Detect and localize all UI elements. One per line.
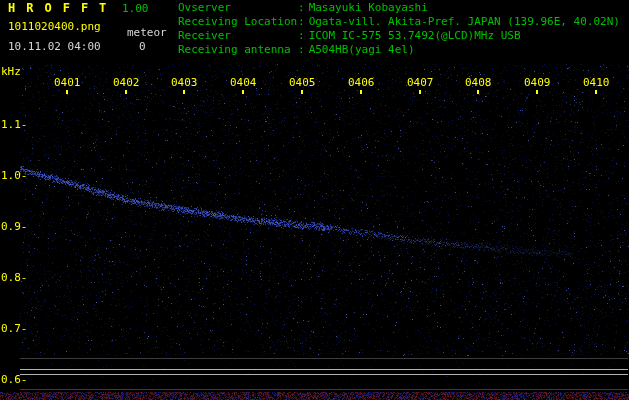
time-tick-label: 0405 xyxy=(289,77,316,89)
app-version: 1.00 xyxy=(122,3,149,15)
time-tick-label: 0409 xyxy=(524,77,551,89)
observation-mode-label: meteor xyxy=(127,27,167,39)
frequency-tick-label: 1.1- xyxy=(1,119,28,131)
time-tick-mark xyxy=(477,90,479,94)
signal-level-line xyxy=(20,369,628,370)
frequency-tick-label: 1.0- xyxy=(1,170,28,182)
time-tick-label: 0404 xyxy=(230,77,257,89)
time-tick-mark xyxy=(419,90,421,94)
info-value-receiver: ICOM IC-575 53.7492(@LCD)MHz USB xyxy=(305,29,521,42)
time-tick-label: 0408 xyxy=(465,77,492,89)
info-colon: : xyxy=(298,2,305,14)
info-row-receiver: Receiver:ICOM IC-575 53.7492(@LCD)MHz US… xyxy=(178,30,620,44)
info-row-antenna: Receiving antenna:A504HB(yagi 4el) xyxy=(178,44,620,58)
spectrogram-canvas xyxy=(0,0,629,400)
info-value-antenna: A504HB(yagi 4el) xyxy=(305,43,415,56)
frequency-tick-label: 0.6- xyxy=(1,374,28,386)
info-label-observer: Ovserver xyxy=(178,2,298,14)
signal-level-line xyxy=(20,389,628,390)
info-label-receiver: Receiver xyxy=(178,30,298,42)
observation-datetime: 10.11.02 04:00 xyxy=(8,41,101,53)
signal-level-line xyxy=(20,358,628,359)
time-tick-mark xyxy=(125,90,127,94)
app-title: HROFFT xyxy=(8,2,117,14)
info-label-antenna: Receiving antenna xyxy=(178,44,298,56)
station-info: Ovserver:Masayuki Kobayashi Receiving Lo… xyxy=(178,2,620,58)
frequency-tick-label: 0.7- xyxy=(1,323,28,335)
time-tick-mark xyxy=(183,90,185,94)
info-value-location: Ogata-vill. Akita-Pref. JAPAN (139.96E, … xyxy=(305,15,620,28)
time-tick-label: 0406 xyxy=(348,77,375,89)
signal-level-line xyxy=(20,374,628,375)
info-label-location: Receiving Location xyxy=(178,16,298,28)
info-colon: : xyxy=(298,30,305,42)
info-colon: : xyxy=(298,16,305,28)
info-row-observer: Ovserver:Masayuki Kobayashi xyxy=(178,2,620,16)
time-tick-label: 0401 xyxy=(54,77,81,89)
time-tick-mark xyxy=(242,90,244,94)
info-row-location: Receiving Location:Ogata-vill. Akita-Pre… xyxy=(178,16,620,30)
time-tick-mark xyxy=(536,90,538,94)
time-tick-mark xyxy=(301,90,303,94)
echo-count: 0 xyxy=(139,41,146,53)
info-colon: : xyxy=(298,44,305,56)
time-tick-mark xyxy=(595,90,597,94)
frequency-tick-label: 0.9- xyxy=(1,221,28,233)
time-tick-label: 0410 xyxy=(583,77,610,89)
time-tick-label: 0407 xyxy=(407,77,434,89)
time-tick-mark xyxy=(66,90,68,94)
frequency-tick-label: 0.8- xyxy=(1,272,28,284)
time-tick-label: 0402 xyxy=(113,77,140,89)
hrofft-spectrogram-screen: HROFFT 1.00 1011020400.png meteor 10.11.… xyxy=(0,0,629,400)
time-tick-mark xyxy=(360,90,362,94)
time-tick-label: 0403 xyxy=(171,77,198,89)
output-filename: 1011020400.png xyxy=(8,21,101,33)
y-axis-unit-label: kHz xyxy=(1,66,21,78)
info-value-observer: Masayuki Kobayashi xyxy=(305,1,428,14)
